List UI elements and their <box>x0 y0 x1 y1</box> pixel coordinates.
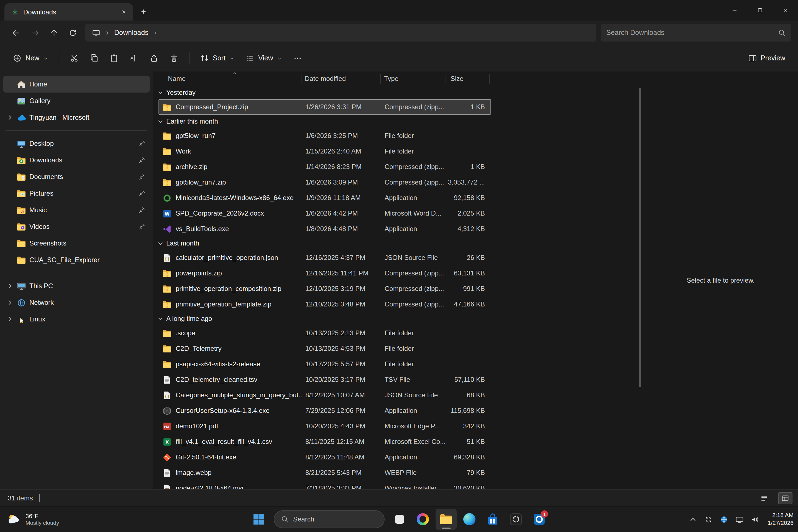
file-row[interactable]: Work1/15/2026 2:40 AMFile folder <box>158 144 491 159</box>
vertical-scrollbar[interactable] <box>639 88 641 387</box>
chevron-right-icon[interactable] <box>7 114 13 121</box>
chevron-down-icon[interactable] <box>157 240 164 246</box>
paste-button[interactable] <box>105 49 124 68</box>
taskbar-store[interactable] <box>482 509 503 530</box>
share-button[interactable] <box>145 49 164 68</box>
list-view-toggle[interactable] <box>757 492 772 504</box>
file-row[interactable]: powerpoints.zip12/16/2025 11:41 PMCompre… <box>158 265 491 281</box>
file-row[interactable]: archive.zip1/14/2026 8:23 PMCompressed (… <box>158 159 491 174</box>
file-row[interactable]: Xfili_v4.1_eval_result_fili_v4.1.csv8/11… <box>158 434 491 450</box>
taskbar-file-explorer[interactable] <box>436 509 457 530</box>
file-row[interactable]: primitive_operation_composition.zip12/10… <box>158 281 491 297</box>
search-input[interactable] <box>606 29 774 37</box>
taskbar-search[interactable]: Search <box>274 510 385 528</box>
taskbar-task-view[interactable] <box>389 509 410 530</box>
file-row[interactable]: psapi-ci-x64-vitis-fs2-release10/17/2025… <box>158 356 491 372</box>
explorer-tab[interactable]: Downloads <box>4 3 133 20</box>
back-button[interactable] <box>7 24 25 41</box>
weather-widget[interactable]: 36°F Mostly cloudy <box>0 507 66 532</box>
sidebar-item-videos[interactable]: Videos <box>3 218 150 235</box>
group-header[interactable]: A long time ago <box>153 312 643 325</box>
address-bar[interactable]: Downloads <box>86 24 596 41</box>
file-row[interactable]: C2D_telemetry_cleaned.tsv10/20/2025 3:17… <box>158 372 491 387</box>
file-row[interactable]: { }Categories_mutiple_strings_in_query_b… <box>158 387 491 403</box>
sidebar-item-pictures[interactable]: Pictures <box>3 185 150 202</box>
tab-close-icon[interactable] <box>119 7 129 17</box>
more-options-button[interactable] <box>288 49 307 68</box>
tray-sync[interactable] <box>701 512 716 527</box>
chevron-down-icon[interactable] <box>157 90 164 96</box>
taskbar-outlook[interactable]: 1 <box>529 509 550 530</box>
file-row[interactable]: .scope10/13/2025 2:13 PMFile folder <box>158 325 491 341</box>
details-view-toggle[interactable] <box>778 492 793 504</box>
view-button[interactable]: View <box>241 49 287 68</box>
sidebar-item-onedrive[interactable]: Tingyuan - Microsoft <box>3 109 150 126</box>
navigation-bar: Downloads <box>0 20 798 45</box>
chevron-down-icon[interactable] <box>157 316 164 322</box>
column-header-date-modified[interactable]: Date modified <box>302 74 381 84</box>
file-row[interactable]: PDFdemo1021.pdf10/20/2025 4:43 PMMicroso… <box>158 418 491 434</box>
taskbar-clock[interactable]: 2:18 AM 1/27/2026 <box>768 512 794 527</box>
sidebar-item-screenshots[interactable]: Screenshots <box>3 235 150 252</box>
sidebar-item-cua-sg-file-explorer[interactable]: CUA_SG_File_Explorer <box>3 252 150 268</box>
file-row[interactable]: WSPD_Corporate_2026v2.docx1/6/2026 4:42 … <box>158 206 491 221</box>
cut-button[interactable] <box>65 49 84 68</box>
file-row[interactable]: { }calculator_primitive_operation.json12… <box>158 250 491 265</box>
tray-display[interactable] <box>732 512 747 527</box>
taskbar-app-dark[interactable] <box>506 509 527 530</box>
sidebar-item-music[interactable]: Music <box>3 202 150 218</box>
file-row[interactable]: image.webp8/21/2025 5:43 PMWEBP File79 K… <box>158 465 491 480</box>
sidebar-item-network[interactable]: Network <box>3 294 150 311</box>
sidebar-item-linux[interactable]: Linux <box>3 311 150 327</box>
search-icon[interactable] <box>778 29 786 37</box>
group-header[interactable]: Yesterday <box>153 86 643 99</box>
sort-button[interactable]: Sort <box>195 49 240 68</box>
taskbar-edge[interactable] <box>459 509 480 530</box>
taskbar-start[interactable] <box>248 509 269 530</box>
chevron-right-icon[interactable] <box>7 299 13 306</box>
file-row[interactable]: Miniconda3-latest-Windows-x86_64.exe1/9/… <box>158 190 491 206</box>
file-type-label: Compressed (zipp... <box>381 178 446 186</box>
sidebar-item-this-pc[interactable]: This PC <box>3 278 150 294</box>
new-tab-button[interactable] <box>136 4 151 19</box>
chevron-right-icon[interactable] <box>7 283 13 289</box>
tray-globe[interactable] <box>717 512 731 527</box>
preview-toggle-button[interactable]: Preview <box>743 49 790 68</box>
tray-chevron-up-tray[interactable] <box>686 512 700 527</box>
sidebar-item-home[interactable]: Home <box>3 76 150 93</box>
forward-button[interactable] <box>25 24 44 41</box>
file-type-label: Application <box>381 225 446 233</box>
file-row[interactable]: C2D_Telemetry10/13/2025 4:53 PMFile fold… <box>158 341 491 356</box>
group-header[interactable]: Earlier this month <box>153 115 643 128</box>
column-header-size[interactable]: Size <box>446 74 490 84</box>
rename-button[interactable] <box>125 49 144 68</box>
chevron-right-icon[interactable] <box>7 316 13 323</box>
taskbar-copilot[interactable] <box>412 509 433 530</box>
minimize-button[interactable] <box>722 0 747 20</box>
breadcrumb[interactable]: Downloads <box>114 29 149 37</box>
file-row[interactable]: vs_BuildTools.exe1/8/2026 4:48 PMApplica… <box>158 221 491 236</box>
file-row[interactable]: Compressed_Project.zip1/26/2026 3:31 PMC… <box>158 99 491 115</box>
file-row[interactable]: gpt5low_run7.zip1/6/2026 3:09 PMCompress… <box>158 174 491 190</box>
column-header-name[interactable]: Name <box>158 74 302 84</box>
up-button[interactable] <box>44 24 63 41</box>
chevron-down-icon[interactable] <box>157 118 164 125</box>
tray-volume[interactable] <box>748 512 762 527</box>
refresh-button[interactable] <box>63 24 82 41</box>
file-row[interactable]: gpt5low_run71/6/2026 3:25 PMFile folder <box>158 128 491 144</box>
new-button[interactable]: New <box>8 49 53 68</box>
close-button[interactable] <box>773 0 798 20</box>
delete-button[interactable] <box>165 49 184 68</box>
file-row[interactable]: node-v22.18.0-x64.msi7/31/2025 3:33 PMWi… <box>158 480 491 489</box>
sidebar-item-gallery[interactable]: Gallery <box>3 93 150 109</box>
sidebar-item-downloads[interactable]: Downloads <box>3 152 150 169</box>
sidebar-item-documents[interactable]: Documents <box>3 169 150 185</box>
copy-button[interactable] <box>85 49 103 68</box>
group-header[interactable]: Last month <box>153 236 643 250</box>
column-header-type[interactable]: Type <box>381 74 446 84</box>
file-row[interactable]: primitive_operation_template.zip12/10/20… <box>158 297 491 312</box>
sidebar-item-desktop[interactable]: Desktop <box>3 135 150 152</box>
file-row[interactable]: Git-2.50.1-64-bit.exe8/12/2025 11:48 AMA… <box>158 450 491 465</box>
maximize-button[interactable] <box>747 0 773 20</box>
file-row[interactable]: CursorUserSetup-x64-1.3.4.exe7/29/2025 1… <box>158 403 491 418</box>
